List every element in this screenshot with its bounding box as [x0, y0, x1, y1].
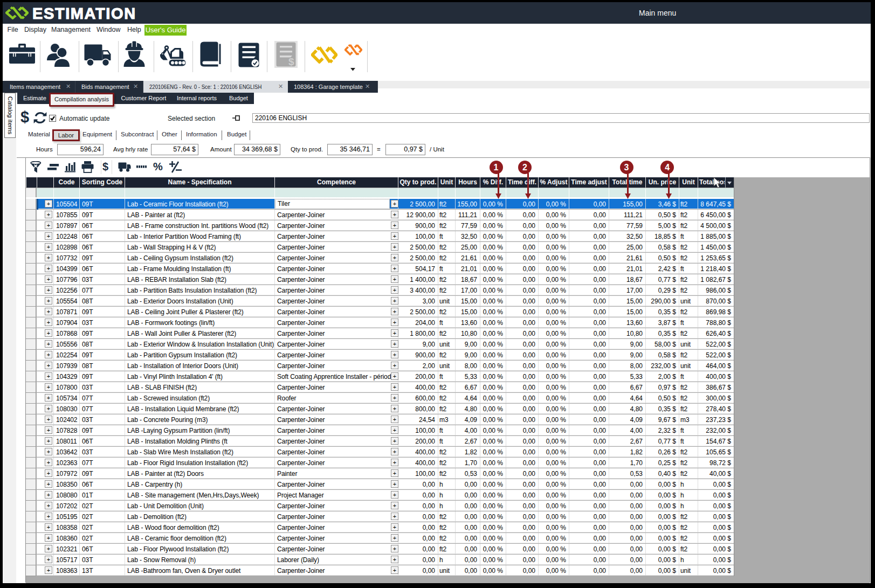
svg-text:$: $ [288, 56, 294, 67]
